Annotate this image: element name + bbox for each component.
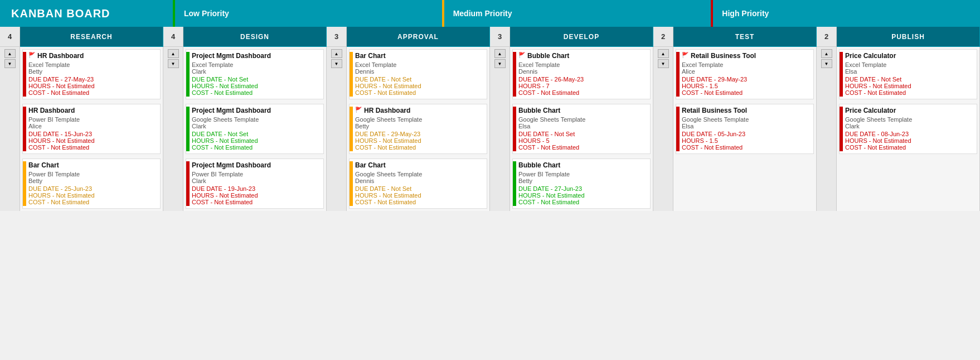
card-cost: COST - Not Estimated [518,89,648,96]
table-row[interactable]: Bubble ChartGoogle Sheets TemplateElsaDU… [512,104,651,154]
priority-bar [186,161,190,206]
board-col-develop: ▲▼🚩Bubble ChartExcel TemplateDennisDUE D… [490,47,653,211]
scroll-down-design[interactable]: ▼ [168,59,179,68]
card-title: Bar Chart [355,161,386,170]
card-cost: COST - Not Estimated [845,89,974,96]
scroll-down-approval[interactable]: ▼ [331,59,342,68]
scroll-down-publish[interactable]: ▼ [821,59,832,68]
table-row[interactable]: Bar ChartGoogle Sheets TemplateDennisDUE… [349,159,487,209]
card-content: Price CalculatorExcel TemplateElsaDUE DA… [845,52,974,97]
table-row[interactable]: Project Mgmt DashboardGoogle Sheets Temp… [186,104,324,154]
card-title: Project Mgmt Dashboard [192,161,271,170]
col-header-develop: DEVELOP [510,27,653,47]
cards-area-approval: Bar ChartExcel TemplateDennisDUE DATE - … [347,47,489,211]
card-hours: HOURS - Not Estimated [192,137,321,144]
card-title-row: Bar Chart [28,161,158,170]
card-title: Retail Business Tool [682,107,747,116]
priority-bar [513,107,516,151]
table-row[interactable]: 🚩HR DashboardGoogle Sheets TemplateBetty… [349,104,487,154]
priority-bar [23,107,26,151]
card-subtitle: Google Sheets Template [845,116,974,123]
cards-area-develop: 🚩Bubble ChartExcel TemplateDennisDUE DAT… [510,47,653,211]
scroll-down-research[interactable]: ▼ [4,59,16,68]
col-count-approval: 3 [327,27,347,47]
card-subtitle: Power BI Template [28,171,158,177]
card-due: DUE DATE - 25-Jun-23 [28,185,158,192]
priority-bar [350,52,353,97]
card-content: Bar ChartExcel TemplateDennisDUE DATE - … [355,52,484,97]
card-cost: COST - Not Estimated [845,144,974,151]
card-due: DUE DATE - 29-May-23 [682,76,811,83]
card-title: HR Dashboard [37,52,84,61]
card-title-row: 🚩Retail Business Tool [682,52,811,61]
card-title-row: Price Calculator [845,52,974,61]
card-due: DUE DATE - Not Set [192,76,321,83]
card-subtitle: Power BI Template [192,171,321,177]
card-cost: COST - Not Estimated [192,89,321,96]
table-row[interactable]: Project Mgmt DashboardPower BI TemplateC… [186,159,324,209]
table-row[interactable]: 🚩HR DashboardExcel TemplateBettyDUE DATE… [22,49,161,99]
card-title: Bubble Chart [518,107,560,116]
scroll-down-develop[interactable]: ▼ [494,59,506,68]
card-due: DUE DATE - Not Set [518,131,648,137]
card-cost: COST - Not Estimated [28,144,158,151]
scroll-up-approval[interactable]: ▲ [331,49,342,58]
card-title: Retail Business Tool [691,52,756,61]
card-title-row: 🚩Bubble Chart [518,52,648,61]
scroll-up-design[interactable]: ▲ [168,49,179,58]
table-row[interactable]: Project Mgmt DashboardExcel TemplateClar… [186,49,324,99]
table-row[interactable]: Bar ChartExcel TemplateDennisDUE DATE - … [349,49,487,99]
col-count-test: 2 [653,27,673,47]
priority-high: High Priority [711,0,980,27]
card-person: Dennis [355,68,484,75]
priority-bar [186,107,190,151]
card-cost: COST - Not Estimated [28,89,158,96]
card-person: Elsa [845,68,974,75]
card-hours: HOURS - Not Estimated [28,192,158,199]
table-row[interactable]: Bubble ChartPower BI TemplateBettyDUE DA… [512,159,651,209]
table-row[interactable]: HR DashboardPower BI TemplateAliceDUE DA… [22,104,161,154]
priority-bar [840,52,843,97]
kanban-board: KANBAN BOARD Low Priority Medium Priorit… [0,0,980,360]
table-row[interactable]: Price CalculatorGoogle Sheets TemplateCl… [839,104,977,154]
card-title-row: Bubble Chart [518,161,648,170]
card-person: Clark [192,177,321,184]
scroll-down-test[interactable]: ▼ [658,59,669,68]
card-hours: HOURS - Not Estimated [355,137,484,144]
col-side-publish: ▲▼ [817,47,837,211]
card-content: 🚩Retail Business ToolExcel TemplateAlice… [682,52,811,97]
cards-area-publish: Price CalculatorExcel TemplateElsaDUE DA… [837,47,979,211]
card-cost: COST - Not Estimated [192,144,321,151]
card-subtitle: Excel Template [355,61,484,68]
scroll-up-publish[interactable]: ▲ [821,49,832,58]
priority-low: Low Priority [173,0,442,27]
board-col-publish: ▲▼Price CalculatorExcel TemplateElsaDUE … [817,47,980,211]
table-row[interactable]: Retail Business ToolGoogle Sheets Templa… [676,104,814,154]
board-col-research: ▲▼🚩HR DashboardExcel TemplateBettyDUE DA… [0,47,163,211]
table-row[interactable]: Price CalculatorExcel TemplateElsaDUE DA… [839,49,977,99]
col-side-design: ▲▼ [163,47,183,211]
card-person: Clark [192,68,321,75]
table-row[interactable]: 🚩Retail Business ToolExcel TemplateAlice… [676,49,814,99]
flag-icon: 🚩 [28,52,35,58]
board-title: KANBAN BOARD [0,0,173,27]
scroll-up-research[interactable]: ▲ [4,49,16,58]
scroll-up-test[interactable]: ▲ [658,49,669,58]
board-col-test: ▲▼🚩Retail Business ToolExcel TemplateAli… [653,47,817,211]
card-person: Clark [192,123,321,129]
col-header-approval: APPROVAL [347,27,490,47]
cards-area-research: 🚩HR DashboardExcel TemplateBettyDUE DATE… [20,47,163,211]
col-side-test: ▲▼ [653,47,673,211]
table-row[interactable]: 🚩Bubble ChartExcel TemplateDennisDUE DAT… [512,49,651,99]
card-person: Clark [845,123,974,129]
table-row[interactable]: Bar ChartPower BI TemplateBettyDUE DATE … [22,159,161,209]
card-subtitle: Google Sheets Template [518,116,648,123]
scroll-up-develop[interactable]: ▲ [494,49,506,58]
card-hours: HOURS - 7 [518,83,648,89]
cards-area-design: Project Mgmt DashboardExcel TemplateClar… [183,47,326,211]
card-cost: COST - Not Estimated [355,199,484,205]
card-person: Dennis [355,177,484,184]
priority-bar [513,52,516,97]
card-content: Project Mgmt DashboardExcel TemplateClar… [192,52,321,97]
card-title: HR Dashboard [364,107,410,116]
